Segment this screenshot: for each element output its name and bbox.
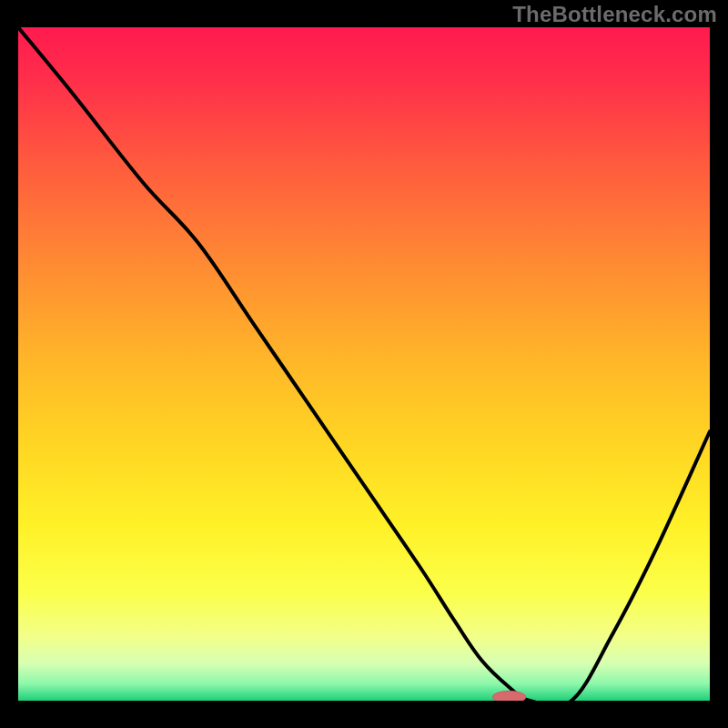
frame [0, 0, 18, 728]
frame [710, 0, 728, 728]
frame [0, 701, 728, 728]
chart-stage: TheBottleneck.com [0, 0, 728, 728]
watermark-text: TheBottleneck.com [512, 2, 717, 27]
bottleneck-chart [0, 0, 728, 728]
plot-background [18, 27, 710, 701]
